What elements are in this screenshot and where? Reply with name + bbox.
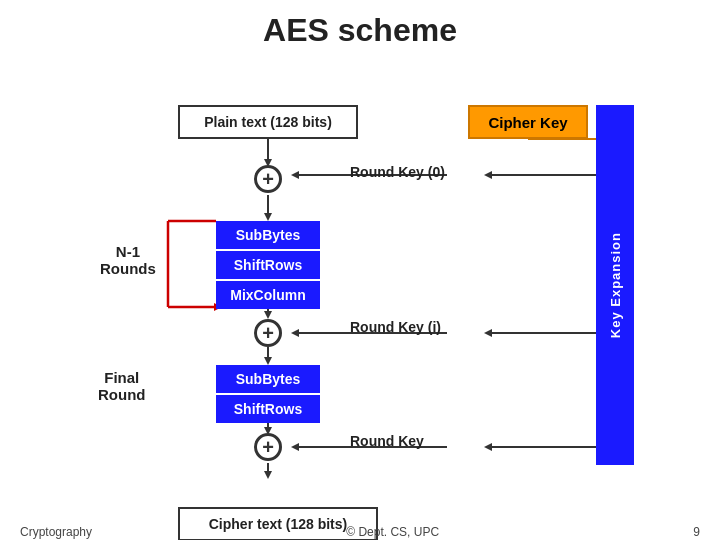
footer-right: 9 xyxy=(693,525,700,539)
shiftrows-2-block: ShiftRows xyxy=(216,395,320,423)
svg-marker-5 xyxy=(264,311,272,319)
cipher-key-box: Cipher Key xyxy=(468,105,588,139)
plus-circle-1: + xyxy=(254,165,282,193)
svg-marker-15 xyxy=(484,329,492,337)
svg-marker-7 xyxy=(264,357,272,365)
footer-center: © Dept. CS, UPC xyxy=(346,525,439,539)
footer: Cryptography © Dept. CS, UPC 9 xyxy=(0,525,720,539)
svg-marker-11 xyxy=(264,471,272,479)
plain-text-box: Plain text (128 bits) xyxy=(178,105,358,139)
svg-marker-13 xyxy=(484,171,492,179)
svg-marker-21 xyxy=(291,329,299,337)
shiftrows-1-block: ShiftRows xyxy=(216,251,320,279)
subbytes-2-block: SubBytes xyxy=(216,365,320,393)
svg-marker-19 xyxy=(291,171,299,179)
round-key-i-label: Round Key (i) xyxy=(350,319,441,335)
svg-marker-17 xyxy=(484,443,492,451)
round-key-final-label: Round Key xyxy=(350,433,424,449)
footer-left: Cryptography xyxy=(20,525,92,539)
svg-marker-23 xyxy=(291,443,299,451)
mixcolumn-block: MixColumn xyxy=(216,281,320,309)
svg-marker-3 xyxy=(264,213,272,221)
round-key-0-label: Round Key (0) xyxy=(350,164,445,180)
plus-circle-2: + xyxy=(254,319,282,347)
key-expansion-label: Key Expansion xyxy=(608,232,623,338)
subbytes-1-block: SubBytes xyxy=(216,221,320,249)
page-title: AES scheme xyxy=(0,0,720,49)
n1-rounds-label: N-1 Rounds xyxy=(100,243,156,277)
key-expansion-bar: Key Expansion xyxy=(596,105,634,465)
final-round-label: Final Round xyxy=(98,369,145,403)
plus-circle-3: + xyxy=(254,433,282,461)
